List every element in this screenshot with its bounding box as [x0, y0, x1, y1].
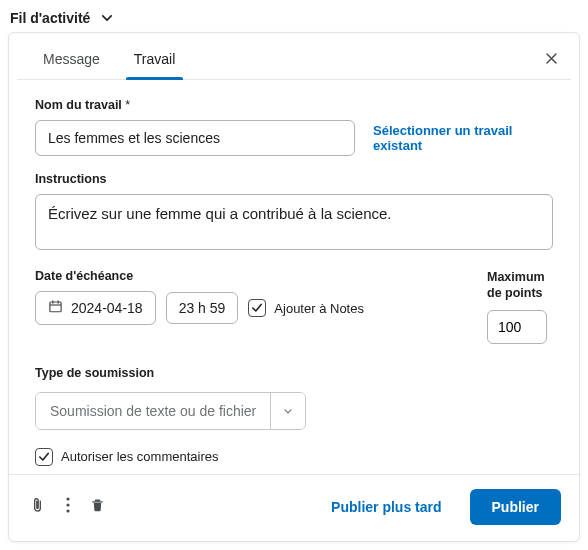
- allow-comments-checkbox[interactable]: Autoriser les commentaires: [35, 448, 219, 466]
- max-points-input[interactable]: [487, 310, 547, 344]
- trash-icon[interactable]: [88, 495, 107, 518]
- select-existing-link[interactable]: Sélectionner un travail existant: [373, 123, 553, 153]
- svg-point-1: [66, 497, 69, 500]
- due-date-group: Date d'échéance 2024-04-18 23 h 59: [35, 269, 364, 325]
- instructions-textarea[interactable]: [35, 194, 553, 250]
- more-icon[interactable]: [64, 495, 72, 518]
- svg-point-2: [66, 503, 69, 506]
- publish-later-button[interactable]: Publier plus tard: [325, 498, 447, 516]
- attachment-icon[interactable]: [27, 495, 48, 519]
- max-points-group: Maximum de points: [487, 269, 553, 344]
- add-to-notes-label: Ajouter à Notes: [274, 301, 364, 316]
- max-points-label-2: de points: [487, 285, 547, 301]
- calendar-icon: [48, 299, 63, 317]
- name-label: Nom du travail *: [35, 98, 553, 112]
- required-mark: *: [125, 98, 130, 112]
- tab-travail[interactable]: Travail: [126, 33, 184, 79]
- due-date-label: Date d'échéance: [35, 269, 364, 283]
- checkbox-icon: [248, 299, 266, 317]
- chevron-down-icon: [100, 11, 114, 25]
- max-points-label-1: Maximum: [487, 269, 547, 285]
- activity-feed-header[interactable]: Fil d'activité: [8, 6, 580, 32]
- name-label-text: Nom du travail: [35, 98, 122, 112]
- due-date-picker[interactable]: 2024-04-18: [35, 291, 156, 325]
- chevron-down-icon: [271, 393, 305, 429]
- name-input[interactable]: [35, 120, 355, 156]
- allow-comments-label: Autoriser les commentaires: [61, 449, 219, 464]
- submission-type-select[interactable]: Soumission de texte ou de fichier: [35, 392, 306, 430]
- tabs: Message Travail: [17, 33, 571, 80]
- due-time-picker[interactable]: 23 h 59: [166, 292, 239, 324]
- tab-message[interactable]: Message: [35, 33, 108, 79]
- add-to-notes-checkbox[interactable]: Ajouter à Notes: [248, 299, 364, 317]
- publish-button[interactable]: Publier: [470, 489, 561, 525]
- svg-point-3: [66, 509, 69, 512]
- activity-feed-title: Fil d'activité: [10, 10, 90, 26]
- submission-type-label: Type de soumission: [35, 366, 553, 380]
- checkbox-icon: [35, 448, 53, 466]
- footer: Publier plus tard Publier: [9, 474, 579, 541]
- due-date-value: 2024-04-18: [71, 300, 143, 316]
- svg-rect-0: [50, 302, 61, 312]
- max-points-label: Maximum de points: [487, 269, 547, 302]
- due-time-value: 23 h 59: [179, 300, 226, 316]
- activity-panel: Message Travail Nom du travail * Sélecti…: [8, 32, 580, 542]
- submission-type-value: Soumission de texte ou de fichier: [36, 393, 271, 429]
- instructions-label: Instructions: [35, 172, 553, 186]
- close-icon[interactable]: [540, 47, 563, 73]
